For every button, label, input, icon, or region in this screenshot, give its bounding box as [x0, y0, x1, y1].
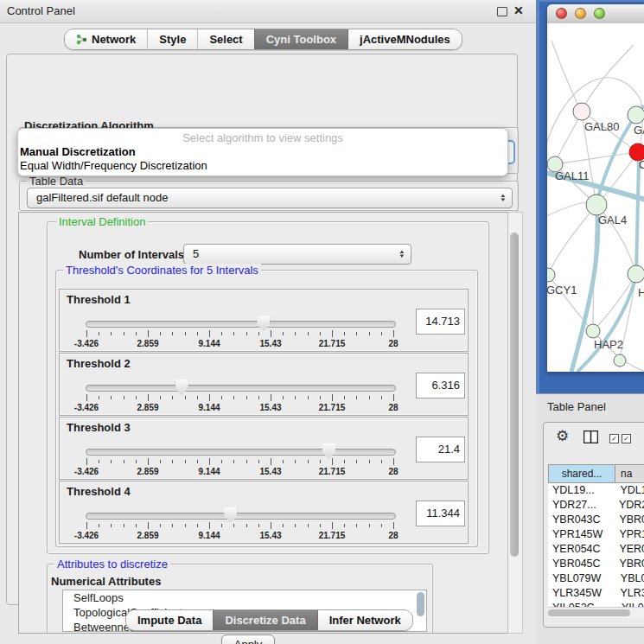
minimize-traffic-light-icon[interactable] [575, 8, 586, 19]
cell[interactable]: YBR0 [617, 557, 644, 571]
tick-mark [148, 330, 149, 337]
tab-network[interactable]: Network [65, 29, 147, 49]
network-canvas[interactable]: GAL80 GA C GAL11 GAL4 GCY1 H HAP2 [547, 23, 644, 372]
algorithm-option-manual[interactable]: Manual Discretization [20, 145, 136, 158]
threshold-3-slider-track[interactable] [86, 449, 396, 456]
threshold-3-slider-thumb[interactable] [322, 443, 335, 459]
interval-definition-title: Interval Definition [56, 215, 148, 228]
node-hap2[interactable] [586, 324, 600, 338]
threshold-4-value-field[interactable]: 11.344 [416, 501, 465, 526]
algorithm-option-equal-width[interactable]: Equal Width/Frequency Discretization [20, 159, 207, 172]
vertical-scrollbar[interactable] [507, 212, 523, 634]
node-gcy1[interactable] [547, 268, 555, 282]
apply-button[interactable]: Apply [221, 634, 275, 644]
tick-mark [356, 332, 357, 335]
table-row[interactable]: YER054CYER0 [548, 542, 644, 557]
tick-mark [295, 524, 296, 527]
tick-mark [344, 332, 345, 335]
cell[interactable]: YBL0 [619, 571, 644, 586]
cell[interactable]: YBR045C [548, 557, 617, 571]
number-of-intervals-combobox[interactable]: 5 ▲▼ [183, 244, 411, 265]
zoom-traffic-light-icon[interactable] [594, 8, 605, 19]
tick-label: 9.144 [198, 531, 220, 540]
tab-jactivemnodules-label: jActiveMNodules [360, 29, 450, 49]
tab-cyni-toolbox[interactable]: Cyni Toolbox [254, 29, 348, 49]
table-row[interactable]: YBR045CYBR0 [548, 557, 644, 571]
table-row[interactable]: YBL079WYBL0 [548, 571, 644, 586]
column-header-name[interactable]: na [615, 464, 644, 483]
threshold-2-value-field[interactable]: 6.316 [416, 373, 465, 399]
control-panel-titlebar: Control Panel ✕ [0, 0, 536, 23]
threshold-4-slider-thumb[interactable] [224, 507, 237, 523]
table-row[interactable]: YDL19...YDL1 [548, 483, 644, 498]
horizontal-scrollbar-thumb[interactable] [548, 609, 630, 616]
tab-jactivemnodules[interactable]: jActiveMNodules [348, 29, 462, 49]
node-h[interactable] [628, 265, 644, 283]
table-body[interactable]: YDL19...YDL1 YDR27...YDR2 YBR043CYBR0 YP… [548, 483, 644, 607]
close-icon[interactable]: ✕ [513, 3, 524, 17]
split-columns-icon[interactable] [583, 430, 598, 443]
tick-label: -3.426 [74, 339, 99, 348]
threshold-3-value-field[interactable]: 21.4 [416, 437, 465, 462]
cell[interactable]: YIL052C [548, 601, 620, 607]
cell[interactable]: YDR27... [548, 498, 617, 513]
checkbox-icon[interactable]: ✓ [622, 434, 631, 443]
cell[interactable]: YPR145W [548, 527, 617, 542]
cell[interactable]: YBR0 [617, 513, 644, 527]
cell[interactable]: YER0 [617, 542, 644, 557]
cell[interactable]: YDR2 [617, 498, 644, 513]
column-header-shared-name[interactable]: shared... [548, 464, 615, 483]
tick-mark [332, 458, 333, 465]
tab-style[interactable]: Style [147, 29, 197, 49]
table-data-combobox[interactable]: galFiltered.sif default node ▲▼ [27, 188, 513, 208]
table-row[interactable]: YIL052CYIL0 [548, 601, 644, 607]
list-scrollbar-thumb[interactable] [417, 592, 424, 616]
tick-label: 2.859 [137, 339, 158, 348]
tick-label: 9.144 [198, 339, 220, 348]
cell[interactable]: YDL1 [618, 483, 644, 498]
tick-mark [111, 396, 112, 399]
threshold-1-slider-thumb[interactable] [257, 316, 270, 331]
tick-mark [258, 460, 259, 463]
table-row[interactable]: YBR043CYBR0 [548, 513, 644, 527]
horizontal-scrollbar[interactable] [548, 607, 644, 618]
list-item[interactable]: SelfLoops [63, 590, 426, 605]
checkbox-icon[interactable]: ✓ [609, 434, 619, 443]
node-gal80[interactable] [573, 103, 590, 120]
tab-select[interactable]: Select [197, 29, 253, 49]
tab-infer-network[interactable]: Infer Network [317, 610, 412, 630]
tab-discretize-data[interactable]: Discretize Data [213, 610, 316, 630]
node-partial-top-right[interactable] [628, 106, 644, 124]
table-row[interactable]: YPR145WYPR1 [548, 527, 644, 542]
node-partial-bottom[interactable] [614, 354, 626, 367]
cell[interactable]: YIL0 [620, 601, 644, 607]
threshold-2-slider-track[interactable] [86, 385, 396, 392]
tab-impute-data[interactable]: Impute Data [126, 610, 213, 630]
threshold-2-slider-thumb[interactable] [175, 379, 188, 395]
cell[interactable]: YLR3 [618, 586, 644, 601]
cell[interactable]: YDL19... [548, 483, 618, 498]
cell[interactable]: YER054C [548, 542, 617, 557]
vertical-scrollbar-thumb[interactable] [510, 233, 519, 557]
threshold-1-slider-track[interactable] [86, 321, 396, 328]
tick-mark [209, 522, 210, 529]
threshold-4-slider-track[interactable] [86, 513, 396, 520]
cell[interactable]: YBR043C [548, 513, 617, 527]
cell[interactable]: YPR1 [617, 527, 644, 542]
node-label-partial-c: C [639, 158, 644, 171]
thresholds-group: Threshold's Coordinates for 5 Intervals … [55, 270, 478, 547]
tick-mark [283, 524, 284, 527]
cell[interactable]: YBL079W [548, 571, 619, 586]
threshold-1-value-field[interactable]: 14.713 [416, 309, 465, 335]
table-row[interactable]: YDR27...YDR2 [548, 498, 644, 513]
table-row[interactable]: YLR345WYLR3 [548, 586, 644, 601]
network-window-titlebar[interactable] [547, 4, 644, 24]
cell[interactable]: YLR345W [548, 586, 618, 601]
close-traffic-light-icon[interactable] [556, 8, 567, 19]
float-window-icon[interactable] [497, 7, 507, 16]
tick-mark [320, 396, 321, 399]
tick-mark [136, 524, 137, 527]
cyni-toolbox-panel: Discretization Algorithm ▲▼ Select algor… [6, 54, 518, 605]
gear-icon[interactable]: ⚙ [556, 429, 569, 443]
node-gal4[interactable] [586, 194, 607, 215]
